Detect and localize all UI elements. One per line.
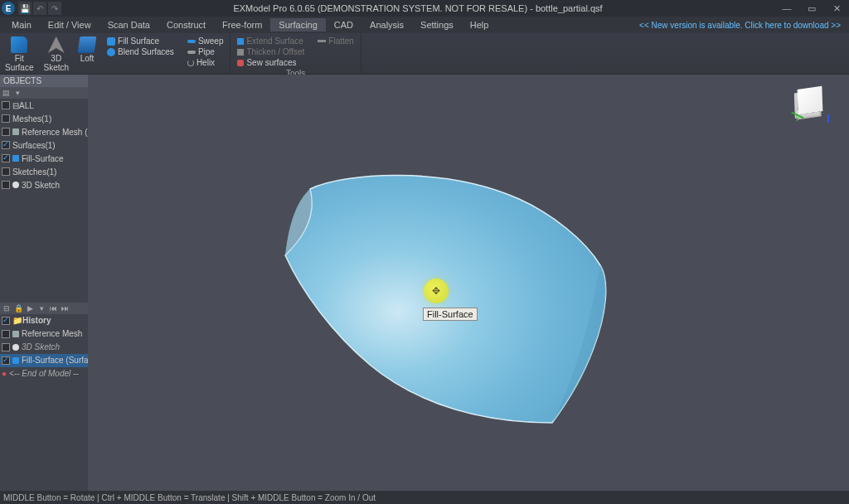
objects-panel-tools: ▤ ▾ xyxy=(0,87,88,99)
collapse-icon[interactable]: ⊟ xyxy=(2,304,12,313)
fit-surface-button[interactable]: Fit Surface xyxy=(0,35,38,74)
menu-help[interactable]: Help xyxy=(462,18,497,32)
fit-surface-icon xyxy=(11,36,27,53)
checkbox[interactable] xyxy=(2,154,10,162)
checkbox[interactable] xyxy=(2,330,10,338)
mesh-icon xyxy=(12,331,19,337)
menu-free-form[interactable]: Free-form xyxy=(214,18,270,32)
thicken-offset-button[interactable]: Thicken / Offset xyxy=(234,46,308,57)
history-fill-surface[interactable]: Fill-Surface (Surface xyxy=(0,354,88,367)
menu-settings[interactable]: Settings xyxy=(412,18,462,32)
3d-sketch-button[interactable]: 3D Sketch xyxy=(38,35,74,74)
menu-construct[interactable]: Construct xyxy=(158,18,214,32)
tree-surfaces[interactable]: Surfaces(1) xyxy=(0,138,88,152)
axis-z-icon xyxy=(827,114,829,123)
tree-fill-surface[interactable]: Fill-Surface xyxy=(0,152,88,165)
navigation-cube[interactable]: y xyxy=(791,83,832,124)
3d-viewport[interactable]: ✥ Fill-Surface y xyxy=(88,75,849,491)
qa-redo-icon[interactable]: ↷ xyxy=(48,2,61,15)
objects-panel-empty xyxy=(0,191,88,303)
sweep-icon xyxy=(187,40,196,43)
menu-surfacing[interactable]: Surfacing xyxy=(270,18,325,32)
menu-scan-data[interactable]: Scan Data xyxy=(99,18,158,32)
checkbox[interactable] xyxy=(2,101,10,109)
menu-main[interactable]: Main xyxy=(3,18,40,32)
ribbon-group-create: Fit Surface 3D Sketch Loft Fill Surface … xyxy=(0,33,230,74)
left-sidebar: OBJECTS ▤ ▾ ⊟ ALL Meshes(1) Reference Me… xyxy=(0,75,88,491)
lock-icon[interactable]: 🔒 xyxy=(13,304,23,313)
close-button[interactable]: ✕ xyxy=(824,0,849,17)
minimize-button[interactable]: — xyxy=(774,0,799,17)
rotate-gizmo-icon[interactable]: ✥ xyxy=(424,279,449,303)
history-ref-mesh[interactable]: Reference Mesh xyxy=(0,327,88,341)
surface-icon xyxy=(12,155,19,162)
menu-edit-view[interactable]: Edit / View xyxy=(40,18,99,32)
tree-ref-mesh[interactable]: Reference Mesh ( xyxy=(0,125,88,138)
tree-3d-sketch[interactable]: 3D Sketch xyxy=(0,178,88,191)
qa-undo-icon[interactable]: ↶ xyxy=(33,2,46,15)
checkbox[interactable] xyxy=(2,167,10,176)
checkbox[interactable] xyxy=(2,128,10,136)
sweep-button[interactable]: Sweep xyxy=(184,36,227,46)
checkbox[interactable] xyxy=(2,114,10,123)
blend-surfaces-icon xyxy=(107,48,115,56)
pipe-button[interactable]: Pipe xyxy=(184,46,227,57)
history-3d-sketch[interactable]: 3D Sketch xyxy=(0,341,88,354)
menu-icon[interactable]: ▾ xyxy=(36,304,46,313)
extend-surface-button[interactable]: Extend Surface xyxy=(234,36,308,46)
update-link[interactable]: << New version is available. Click here … xyxy=(631,19,849,32)
play-icon[interactable]: ▶ xyxy=(25,304,35,313)
history-tree: 📁 History Reference Mesh 3D Sketch Fill-… xyxy=(0,314,88,380)
sketch-icon xyxy=(12,182,19,188)
step-fwd-icon[interactable]: ⏭ xyxy=(60,304,70,313)
3d-sketch-icon xyxy=(48,36,65,53)
flatten-icon xyxy=(318,40,326,42)
title-bar: E 💾 ↶ ↷ EXModel Pro 6.0.65 (DEMONSTRATIO… xyxy=(0,0,849,17)
flatten-button[interactable]: Flatten xyxy=(314,36,357,46)
status-text: MIDDLE Button = Rotate | Ctrl + MIDDLE B… xyxy=(3,493,376,502)
history-header[interactable]: 📁 History xyxy=(0,314,88,327)
checkbox[interactable] xyxy=(2,317,10,325)
tree-meshes[interactable]: Meshes(1) xyxy=(0,112,88,125)
menu-analysis[interactable]: Analysis xyxy=(361,18,412,32)
tree-sketches[interactable]: Sketches(1) xyxy=(0,165,88,178)
3d-surface-render xyxy=(88,75,849,491)
funnel-icon[interactable]: ▾ xyxy=(13,89,22,97)
app-icon[interactable]: E xyxy=(2,2,15,15)
maximize-button[interactable]: ▭ xyxy=(799,0,824,17)
checkbox[interactable] xyxy=(2,356,10,365)
menu-cad[interactable]: CAD xyxy=(326,18,361,32)
tooltip: Fill-Surface xyxy=(423,308,478,321)
ribbon-group-tools: Extend Surface Thicken / Offset Sew surf… xyxy=(230,33,361,74)
menu-bar: Main Edit / View Scan Data Construct Fre… xyxy=(0,17,849,33)
step-back-icon[interactable]: ⏮ xyxy=(48,304,58,313)
fill-surface-icon xyxy=(107,37,115,46)
blend-surfaces-button[interactable]: Blend Surfaces xyxy=(104,46,177,57)
objects-panel-header: OBJECTS xyxy=(0,75,88,87)
window-buttons: — ▭ ✕ xyxy=(774,0,849,17)
qa-save-icon[interactable]: 💾 xyxy=(18,2,32,15)
history-panel-empty xyxy=(0,380,88,492)
mesh-icon xyxy=(12,128,19,135)
checkbox[interactable] xyxy=(2,181,10,189)
fill-surface-button[interactable]: Fill Surface xyxy=(104,36,177,46)
quick-access-toolbar: 💾 ↶ ↷ xyxy=(18,2,61,15)
loft-button[interactable]: Loft xyxy=(74,35,100,65)
filter-icon[interactable]: ▤ xyxy=(2,89,10,97)
checkbox[interactable] xyxy=(2,343,10,351)
cube-icon xyxy=(798,86,823,114)
tree-root[interactable]: ⊟ ALL xyxy=(0,99,88,112)
history-end[interactable]: ●<-- End of Model -- xyxy=(0,367,88,380)
checkbox[interactable] xyxy=(2,141,10,149)
window-title: EXModel Pro 6.0.65 (DEMONSTRATION SYSTEM… xyxy=(61,3,774,13)
extend-surface-icon xyxy=(237,38,244,45)
helix-icon xyxy=(187,60,194,66)
sew-surfaces-button[interactable]: Sew surfaces xyxy=(234,57,308,68)
loft-icon xyxy=(78,36,97,53)
end-marker-icon: ● xyxy=(2,369,7,378)
pipe-icon xyxy=(187,51,196,54)
sketch-icon xyxy=(12,344,19,351)
history-toolbar: ⊟ 🔒 ▶ ▾ ⏮ ⏭ xyxy=(0,303,88,314)
helix-button[interactable]: Helix xyxy=(184,57,227,68)
thicken-offset-icon xyxy=(237,49,244,56)
